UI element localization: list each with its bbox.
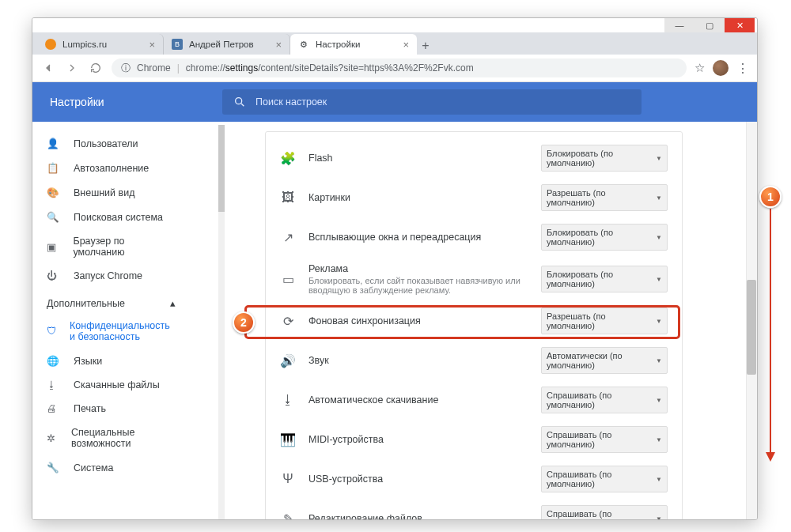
content-scrollbar[interactable] [746,122,757,519]
sidebar-item-default-browser[interactable]: ▣Браузер по умолчанию [32,229,190,264]
settings-body: 👤Пользователи 📋Автозаполнение 🎨Внешний в… [32,82,757,520]
forward-button[interactable] [64,60,80,76]
sidebar-item-users[interactable]: 👤Пользователи [32,131,190,156]
sidebar-item-print[interactable]: 🖨Печать [32,397,190,421]
perm-row-flash: 🧩FlashБлокировать (по умолчанию)▼ [266,138,682,178]
perm-dropdown[interactable]: Спрашивать (по умолчанию)▼ [541,387,668,413]
sidebar-item-startup[interactable]: ⏻Запуск Chrome [32,264,190,288]
window-maximize-button[interactable]: ▢ [694,18,725,32]
sound-icon: 🔊 [280,353,296,368]
sidebar-item-downloads[interactable]: ⭳Скачанные файлы [32,373,190,397]
scrollbar-thumb[interactable] [747,280,756,375]
page-title: Настройки [32,96,222,108]
menu-button[interactable]: ⋮ [736,61,749,76]
tab-title: Настройки [316,40,360,49]
edit-icon: ✎ [280,511,296,521]
clipboard-icon: 📋 [47,162,61,174]
person-icon: 👤 [47,138,61,149]
sidebar-item-languages[interactable]: 🌐Языки [32,349,190,373]
search-icon [233,96,246,108]
tab-close-icon[interactable]: × [275,39,282,51]
chrome-window: — ▢ ✕ Lumpics.ru × B Андрей Петров × ⚙ Н… [32,17,758,520]
perm-dropdown[interactable]: Спрашивать (по умолчанию)▼ [541,505,668,520]
tab-title: Lumpics.ru [62,40,107,49]
tab-settings[interactable]: ⚙ Настройки × [290,34,417,55]
url-separator: | [177,62,180,74]
sync-icon: ⟳ [280,314,296,329]
globe-icon: 🌐 [47,355,61,367]
palette-icon: 🎨 [47,187,61,198]
window-minimize-button[interactable]: — [664,18,694,32]
sidebar-item-search-engine[interactable]: 🔍Поисковая система [32,205,190,229]
download-icon: ⭳ [47,379,61,391]
popup-icon: ↗ [280,230,296,245]
perm-row-sound: 🔊ЗвукАвтоматически (по умолчанию)▼ [266,341,682,380]
perm-dropdown[interactable]: Спрашивать (по умолчанию)▼ [541,466,668,492]
tab-lumpics[interactable]: Lumpics.ru × [37,34,164,55]
perm-row-ads: ▭РекламаБлокировать, если сайт показывае… [266,257,682,301]
ads-icon: ▭ [280,272,296,287]
caret-down-icon: ▼ [656,436,662,443]
sidebar-item-autofill[interactable]: 📋Автозаполнение [32,156,190,180]
tab-title: Андрей Петров [189,40,254,49]
perm-dropdown[interactable]: Блокировать (по умолчанию)▼ [541,145,668,172]
perm-dropdown[interactable]: Блокировать (по умолчанию)▼ [541,266,668,292]
browser-icon: ▣ [47,241,60,253]
sidebar-item-privacy[interactable]: 🛡Конфиденциальность и безопасность [32,314,190,349]
bookmark-star-icon[interactable]: ☆ [694,61,705,75]
search-input[interactable] [255,96,630,108]
favicon-icon [45,39,56,50]
sidebar-item-appearance[interactable]: 🎨Внешний вид [32,180,190,205]
perm-row-usb: ΨUSB-устройстваСпрашивать (по умолчанию)… [266,459,682,499]
url-scheme-label: Chrome [137,62,171,74]
url-text: chrome://settings/content/siteDetails?si… [186,62,474,74]
perm-row-popups: ↗Всплывающие окна и переадресацияБлокиро… [266,217,682,257]
midi-icon: 🎹 [280,432,296,447]
perm-dropdown[interactable]: Разрешать (по умолчанию)▼ [541,308,668,334]
caret-down-icon: ▼ [656,515,662,521]
perm-row-images: 🖼КартинкиРазрешать (по умолчанию)▼ [266,178,682,217]
perm-dropdown[interactable]: Спрашивать (по умолчанию)▼ [541,426,668,453]
shield-icon: 🛡 [47,326,57,337]
window-titlebar: — ▢ ✕ [32,18,757,32]
perm-dropdown[interactable]: Блокировать (по умолчанию)▼ [541,224,668,251]
perm-row-autodownload: ⭳Автоматическое скачиваниеСпрашивать (по… [266,380,682,420]
tab-vk[interactable]: B Андрей Петров × [164,34,290,55]
caret-down-icon: ▼ [656,318,662,325]
caret-down-icon: ▼ [656,357,662,364]
annotation-arrow [770,209,771,454]
wrench-icon: 🔧 [47,462,61,474]
gear-icon: ⚙ [298,39,309,50]
search-settings-box[interactable] [222,89,642,115]
annotation-marker-1: 1 [759,186,782,208]
power-icon: ⏻ [47,270,61,281]
reload-button[interactable] [88,60,104,76]
address-bar[interactable]: ⓘ Chrome | chrome://settings/content/sit… [112,58,687,77]
sidebar-item-system[interactable]: 🔧Система [32,455,190,480]
svg-point-0 [236,98,242,104]
perm-row-bgsync: ⟳Фоновая синхронизацияРазрешать (по умол… [266,301,682,341]
annotation-arrow-head [766,452,775,462]
perm-row-file-edit: ✎Редактирование файловСпрашивать (по умо… [266,499,682,520]
tab-close-icon[interactable]: × [403,39,409,51]
accessibility-icon: ✲ [47,432,59,444]
profile-avatar[interactable] [713,60,729,76]
caret-down-icon: ▼ [656,194,662,202]
tab-close-icon[interactable]: × [149,39,155,51]
perm-dropdown[interactable]: Разрешать (по умолчанию)▼ [541,184,668,211]
sidebar-item-accessibility[interactable]: ✲Специальные возможности [32,421,190,455]
window-close-button[interactable]: ✕ [725,18,755,32]
printer-icon: 🖨 [47,403,61,414]
perm-dropdown[interactable]: Автоматически (по умолчанию)▼ [541,347,668,374]
favicon-icon: B [172,39,183,50]
search-icon: 🔍 [47,211,61,223]
search-container [222,89,757,115]
new-tab-button[interactable]: + [417,37,434,55]
caret-down-icon: ▼ [656,476,662,483]
info-icon: ⓘ [121,62,131,75]
tab-strip: Lumpics.ru × B Андрей Петров × ⚙ Настрой… [32,32,757,55]
sidebar-advanced-toggle[interactable]: Дополнительные▴ [32,288,190,314]
chevron-up-icon: ▴ [170,297,176,309]
back-button[interactable] [40,60,56,76]
usb-icon: Ψ [280,472,296,486]
